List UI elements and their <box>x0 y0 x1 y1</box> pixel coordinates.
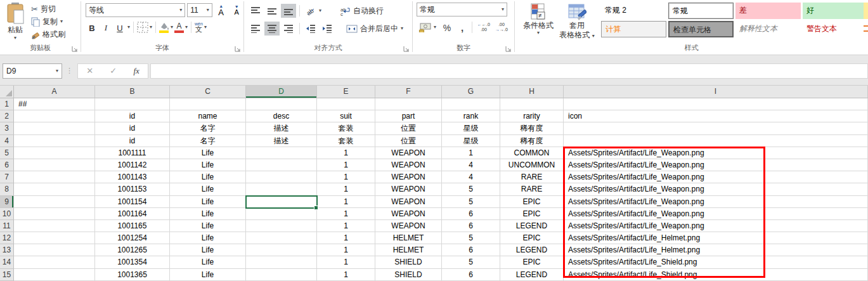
cell-A14[interactable] <box>14 256 95 268</box>
align-bottom-button[interactable] <box>281 4 296 18</box>
cell-E11[interactable]: 1 <box>317 220 375 232</box>
cell-I6[interactable]: Assets/Sprites/Artifact/Life_Weapon.png <box>564 159 868 171</box>
cell-B3[interactable]: id <box>95 122 170 134</box>
cell-C13[interactable]: Life <box>170 244 246 256</box>
cut-button[interactable]: ✂ 剪切 <box>29 3 67 15</box>
align-top-button[interactable] <box>248 4 263 18</box>
bold-button[interactable]: B <box>86 20 98 34</box>
shrink-font-button[interactable]: ▼A <box>230 3 243 18</box>
borders-dropdown-icon[interactable]: ▾ <box>150 25 152 30</box>
cell-E5[interactable]: 1 <box>317 147 375 159</box>
cell-C9[interactable]: Life <box>170 196 246 208</box>
cell-A10[interactable] <box>14 208 95 220</box>
cell-I11[interactable]: Assets/Sprites/Artifact/Life_Weapon.png <box>564 220 868 232</box>
cell-H11[interactable]: LEGEND <box>500 220 564 232</box>
row-header-7[interactable]: 7 <box>0 171 14 183</box>
orientation-button[interactable]: ab ▾ <box>303 5 328 16</box>
cell-B1[interactable] <box>95 98 170 110</box>
cell-D6[interactable] <box>246 159 317 171</box>
font-name-dropdown-icon[interactable]: ▾ <box>179 8 182 13</box>
cell-I7[interactable]: Assets/Sprites/Artifact/Life_Weapon.png <box>564 171 868 183</box>
cell-C8[interactable]: Life <box>170 183 246 195</box>
cell-F10[interactable]: WEAPON <box>375 208 442 220</box>
row-header-9[interactable]: 9 <box>0 196 14 208</box>
cell-A1[interactable]: ## <box>14 98 95 110</box>
cell-A8[interactable] <box>14 183 95 195</box>
cell-C4[interactable]: 名字 <box>170 135 246 147</box>
cell-I1[interactable] <box>564 98 868 110</box>
cell-C11[interactable]: Life <box>170 220 246 232</box>
cell-F1[interactable] <box>375 98 442 110</box>
cell-H5[interactable]: COMMON <box>500 147 564 159</box>
cell-F12[interactable]: HELMET <box>375 232 442 244</box>
align-center-button[interactable] <box>264 22 280 36</box>
cell-C15[interactable]: Life <box>170 269 246 281</box>
cell-B14[interactable]: 1001354 <box>95 256 170 268</box>
style-good[interactable]: 好 <box>803 3 868 19</box>
phonetic-button[interactable]: wén 文 <box>195 22 203 33</box>
row-header-1[interactable]: 1 <box>0 98 14 110</box>
column-header-F[interactable]: F <box>375 86 442 98</box>
cell-H6[interactable]: UNCOMMON <box>500 159 564 171</box>
cell-G13[interactable]: 6 <box>442 244 500 256</box>
cell-D15[interactable] <box>246 269 317 281</box>
cell-C12[interactable]: Life <box>170 232 246 244</box>
cell-B10[interactable]: 1001164 <box>95 208 170 220</box>
cell-E2[interactable]: suit <box>317 110 375 122</box>
cell-B7[interactable]: 1001143 <box>95 171 170 183</box>
cell-F6[interactable]: WEAPON <box>375 159 442 171</box>
cell-H12[interactable]: EPIC <box>500 232 564 244</box>
font-name-combobox[interactable]: 等线 ▾ <box>86 3 185 17</box>
cell-F9[interactable]: WEAPON <box>375 196 442 208</box>
cell-C2[interactable]: name <box>170 110 246 122</box>
cell-D5[interactable] <box>246 147 317 159</box>
format-painter-button[interactable]: 格式刷 <box>29 28 67 41</box>
cell-D8[interactable] <box>246 183 317 195</box>
cell-G10[interactable]: 6 <box>442 208 500 220</box>
cell-B8[interactable]: 1001153 <box>95 183 170 195</box>
cell-G2[interactable]: rank <box>442 110 500 122</box>
orientation-dropdown-icon[interactable]: ▾ <box>319 8 321 13</box>
cell-B6[interactable]: 1001142 <box>95 159 170 171</box>
merge-center-dropdown-icon[interactable]: ▾ <box>401 26 403 31</box>
cell-A3[interactable] <box>14 122 95 134</box>
style-explanatory-text[interactable]: 解释性文本 <box>735 21 801 37</box>
cell-G12[interactable]: 5 <box>442 232 500 244</box>
cell-D11[interactable] <box>246 220 317 232</box>
wrap-text-button[interactable]: ab c 自动换行 <box>338 5 385 17</box>
cell-E4[interactable]: 套装 <box>317 135 375 147</box>
grow-font-button[interactable]: ▲A <box>214 3 228 18</box>
cell-B2[interactable]: id <box>95 110 170 122</box>
font-dialog-launcher[interactable] <box>234 45 242 53</box>
cell-C3[interactable]: 名字 <box>170 122 246 134</box>
cell-B13[interactable]: 1001265 <box>95 244 170 256</box>
align-left-button[interactable] <box>248 22 263 36</box>
column-header-A[interactable]: A <box>14 86 95 98</box>
cell-D9[interactable] <box>246 196 317 208</box>
cell-F14[interactable]: SHIELD <box>375 256 442 268</box>
cell-D2[interactable]: desc <box>246 110 317 122</box>
cell-G11[interactable]: 6 <box>442 220 500 232</box>
cell-D3[interactable]: 描述 <box>246 122 317 134</box>
cell-I3[interactable] <box>564 122 868 134</box>
font-size-combobox[interactable]: 11 ▾ <box>187 3 212 17</box>
column-header-G[interactable]: G <box>442 86 500 98</box>
cell-F13[interactable]: HELMET <box>375 244 442 256</box>
style-warning-text[interactable]: 警告文本 <box>803 21 868 37</box>
cell-H13[interactable]: LEGEND <box>500 244 564 256</box>
column-header-H[interactable]: H <box>500 86 564 98</box>
cell-A4[interactable] <box>14 135 95 147</box>
cell-G9[interactable]: 5 <box>442 196 500 208</box>
cell-A5[interactable] <box>14 147 95 159</box>
select-all-corner[interactable] <box>0 86 14 98</box>
merge-center-button[interactable]: 合并后居中 ▾ <box>344 23 405 35</box>
font-size-dropdown-icon[interactable]: ▾ <box>207 8 209 13</box>
cell-A7[interactable] <box>14 171 95 183</box>
cell-F7[interactable]: WEAPON <box>375 171 442 183</box>
cell-F5[interactable]: WEAPON <box>375 147 442 159</box>
cell-B11[interactable]: 1001165 <box>95 220 170 232</box>
paste-button[interactable]: 粘贴 ▾ <box>4 3 26 41</box>
format-as-table-dropdown-icon[interactable]: ▾ <box>592 33 595 39</box>
cell-I12[interactable]: Assets/Sprites/Artifact/Life_Helmet.png <box>564 232 868 244</box>
row-header-13[interactable]: 13 <box>0 244 14 256</box>
